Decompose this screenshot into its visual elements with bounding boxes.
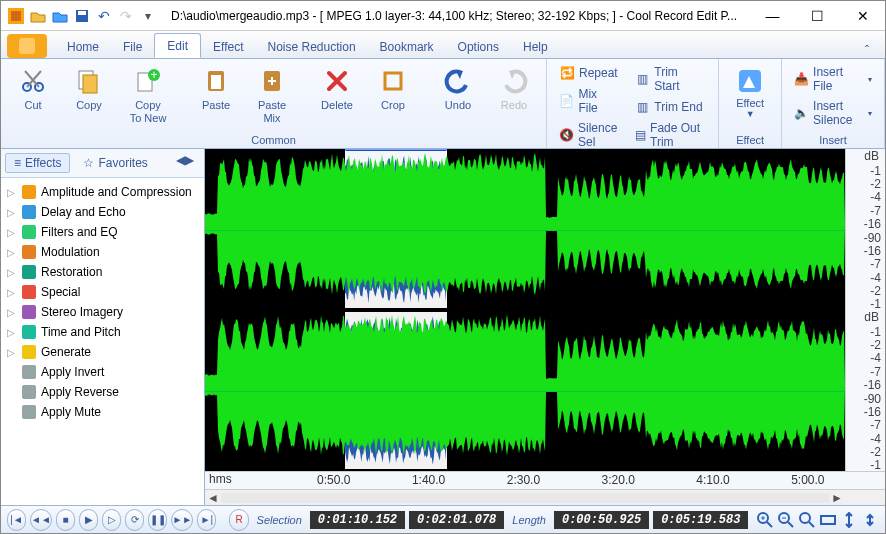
goto-start-button[interactable]: |◄ [7,509,26,531]
tree-item-generate[interactable]: ▷Generate [3,342,202,362]
crop-button[interactable]: Crop [367,61,419,116]
cut-button[interactable]: Cut [7,61,59,116]
redo-icon[interactable]: ↷ [117,7,135,25]
tab-options[interactable]: Options [446,35,511,58]
mix-file-icon: 📄 [559,93,574,109]
silence-sel-button[interactable]: 🔇Silence Sel [555,119,622,151]
open-icon[interactable] [29,7,47,25]
tree-item-delay-and-echo[interactable]: ▷Delay and Echo [3,202,202,222]
effect-dropdown[interactable]: Effect ▼ [725,61,775,123]
svg-rect-32 [821,516,835,524]
record-button[interactable]: R [229,509,248,531]
timeline[interactable]: hms 0:50.01:40.02:30.03:20.04:10.05:00.0 [205,471,885,489]
zoom-fit-button[interactable] [799,510,816,530]
sidebar-tab-effects[interactable]: ≡Effects [5,153,70,173]
tree-item-restoration[interactable]: ▷Restoration [3,262,202,282]
scroll-right-icon[interactable]: ► [829,491,845,505]
copy-button[interactable]: Copy [63,61,115,116]
zoom-out-button[interactable] [778,510,795,530]
qat-dropdown-icon[interactable]: ▾ [139,7,157,25]
undo-large-icon [442,65,474,97]
stop-button[interactable]: ■ [56,509,75,531]
window-title: D:\audio\mergeaudio.mp3 - [ MPEG 1.0 lay… [163,9,750,23]
tab-home[interactable]: Home [55,35,111,58]
tree-item-filters-and-eq[interactable]: ▷Filters and EQ [3,222,202,242]
app-button[interactable] [7,34,47,58]
redo-button[interactable]: Redo [488,61,540,116]
effects-tree: ▷Amplitude and Compression▷Delay and Ech… [1,178,204,505]
minimize-button[interactable]: — [750,1,795,31]
play-loop-button[interactable]: ⟳ [125,509,144,531]
group-insert-label: Insert [788,132,878,148]
length-total-value: 0:05:19.583 [653,511,748,529]
tab-effect[interactable]: Effect [201,35,255,58]
effect-item-icon [21,264,37,280]
tree-item-label: Modulation [41,245,100,259]
chevron-down-icon: ▼ [746,109,755,119]
trim-end-button[interactable]: ▥Trim End [630,97,710,117]
save-icon[interactable] [73,7,91,25]
play-sel-button[interactable]: ▷ [102,509,121,531]
insert-file-icon: 📥 [794,71,809,87]
tree-item-label: Amplitude and Compression [41,185,192,199]
waveform-left-channel[interactable] [205,149,845,310]
effect-item-icon [21,224,37,240]
fade-out-trim-button[interactable]: ▤Fade Out Trim [630,119,710,151]
sidebar-tab-favorites[interactable]: ☆Favorites [74,153,156,173]
paste-button[interactable]: Paste [190,61,242,116]
play-button[interactable]: ▶ [79,509,98,531]
tree-item-stereo-imagery[interactable]: ▷Stereo Imagery [3,302,202,322]
scroll-track[interactable] [221,493,829,503]
tree-item-apply-mute[interactable]: Apply Mute [3,402,202,422]
tab-bookmark[interactable]: Bookmark [368,35,446,58]
chevron-down-icon: ▾ [865,75,872,84]
horizontal-scrollbar[interactable]: ◄ ► [205,489,885,505]
close-button[interactable]: ✕ [840,1,885,31]
insert-silence-button[interactable]: 🔈Insert Silence▾ [790,97,876,129]
tree-item-modulation[interactable]: ▷Modulation [3,242,202,262]
sidebar-collapse-button[interactable]: ◀▶ [170,153,200,173]
undo-icon[interactable]: ↶ [95,7,113,25]
selection-label: Selection [253,514,306,526]
goto-end-button[interactable]: ►| [197,509,216,531]
delete-button[interactable]: Delete [311,61,363,116]
tree-item-label: Time and Pitch [41,325,121,339]
paste-mix-button[interactable]: Paste Mix [246,61,298,129]
scroll-left-icon[interactable]: ◄ [205,491,221,505]
tree-item-time-and-pitch[interactable]: ▷Time and Pitch [3,322,202,342]
waveform-right-channel[interactable] [205,310,845,471]
effect-item-icon [21,204,37,220]
tree-item-apply-reverse[interactable]: Apply Reverse [3,382,202,402]
tree-item-special[interactable]: ▷Special [3,282,202,302]
tree-item-amplitude-and-compression[interactable]: ▷Amplitude and Compression [3,182,202,202]
zoom-in-button[interactable] [756,510,773,530]
ribbon-help-icon[interactable]: ˆ [857,44,877,58]
timeline-unit: hms [205,472,239,489]
trim-start-button[interactable]: ▥Trim Start [630,63,710,95]
expand-icon: ▷ [7,327,17,338]
insert-file-button[interactable]: 📥Insert File▾ [790,63,876,95]
tab-noise-reduction[interactable]: Noise Reduction [256,35,368,58]
tab-edit[interactable]: Edit [154,33,201,58]
maximize-button[interactable]: ☐ [795,1,840,31]
effect-item-icon [21,384,37,400]
undo-button[interactable]: Undo [432,61,484,116]
zoom-sel-button[interactable] [820,510,837,530]
open2-icon[interactable] [51,7,69,25]
mix-file-button[interactable]: 📄Mix File [555,85,622,117]
fastfwd-button[interactable]: ►► [171,509,193,531]
group-common: Cut Copy +Copy To New Paste Paste Mix De… [1,59,547,148]
pause-button[interactable]: ❚❚ [148,509,167,531]
expand-icon: ▷ [7,267,17,278]
svg-rect-21 [22,265,36,279]
timeline-mark: 5:00.0 [791,473,824,487]
tab-help[interactable]: Help [511,35,560,58]
rewind-button[interactable]: ◄◄ [30,509,52,531]
trim-start-icon: ▥ [634,71,650,87]
repeat-button[interactable]: 🔁Repeat [555,63,622,83]
zoom-vert-out-button[interactable] [862,510,879,530]
tab-file[interactable]: File [111,35,154,58]
zoom-vert-in-button[interactable] [841,510,858,530]
tree-item-apply-invert[interactable]: Apply Invert [3,362,202,382]
copy-to-new-button[interactable]: +Copy To New [119,61,177,129]
